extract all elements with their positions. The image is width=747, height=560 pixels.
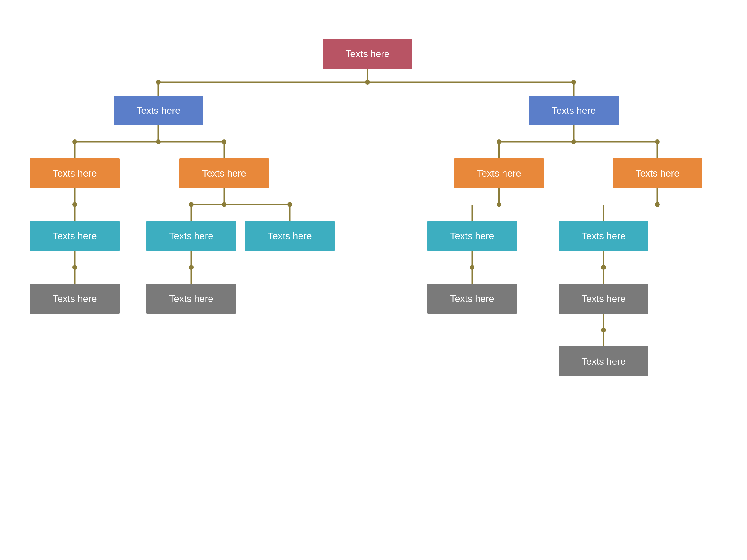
node-l3d: Texts here (427, 221, 517, 251)
node-l4d: Texts here (559, 284, 648, 314)
node-l4c: Texts here (427, 284, 517, 314)
svg-point-47 (601, 265, 606, 270)
svg-point-1 (365, 80, 370, 84)
svg-point-22 (72, 202, 77, 207)
svg-point-44 (470, 265, 474, 270)
node-l1a: Texts here (113, 96, 203, 126)
node-l3b: Texts here (147, 221, 236, 251)
svg-point-12 (222, 139, 227, 144)
svg-point-25 (222, 202, 227, 207)
svg-point-41 (189, 265, 194, 270)
node-l5a: Texts here (559, 346, 648, 376)
org-chart: Texts hereTexts hereTexts hereTexts here… (0, 30, 747, 512)
node-l1b: Texts here (529, 96, 619, 126)
svg-point-32 (497, 202, 501, 207)
node-l3a: Texts here (30, 221, 120, 251)
svg-point-5 (571, 80, 576, 84)
page-title (0, 0, 747, 30)
node-l4b: Texts here (147, 284, 236, 314)
svg-point-29 (287, 202, 292, 207)
svg-point-38 (72, 265, 77, 270)
svg-point-19 (655, 139, 660, 144)
svg-point-10 (72, 139, 77, 144)
svg-point-27 (189, 202, 194, 207)
node-l2b: Texts here (179, 158, 269, 188)
node-root: Texts here (323, 39, 412, 69)
connectors-svg (0, 30, 747, 512)
svg-point-3 (156, 80, 161, 84)
svg-point-17 (497, 139, 501, 144)
svg-point-50 (601, 328, 606, 332)
svg-point-15 (571, 139, 576, 144)
node-l2d: Texts here (613, 158, 702, 188)
node-l2a: Texts here (30, 158, 120, 188)
node-l4a: Texts here (30, 284, 120, 314)
svg-point-35 (655, 202, 660, 207)
node-l3c: Texts here (245, 221, 335, 251)
node-l3e: Texts here (559, 221, 648, 251)
node-l2c: Texts here (454, 158, 544, 188)
svg-point-8 (156, 139, 161, 144)
